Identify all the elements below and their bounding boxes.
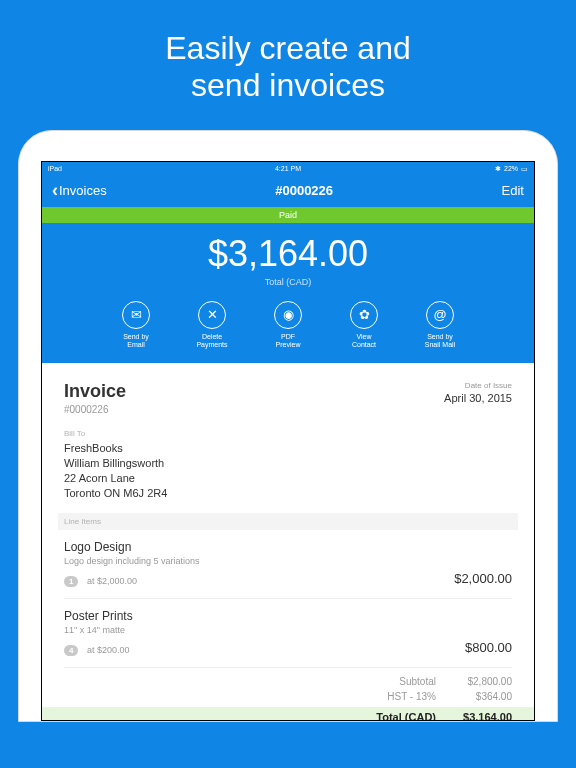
date-of-issue: April 30, 2015 [444, 392, 512, 404]
back-button[interactable]: ‹ Invoices [52, 180, 107, 201]
invoice-body: Invoice #0000226 Date of Issue April 30,… [42, 363, 534, 720]
paid-banner: Paid [42, 207, 534, 223]
bill-to-line: FreshBooks [64, 441, 512, 456]
item-description: 11" x 14" matte [64, 625, 512, 635]
qty-rate: at $2,000.00 [87, 576, 137, 586]
totals-block: Subtotal $2,800.00 HST - 13% $364.00 Tot… [64, 674, 512, 721]
line-item[interactable]: Poster Prints 11" x 14" matte 4 at $200.… [64, 599, 512, 668]
edit-button[interactable]: Edit [502, 183, 524, 198]
total-label: Total (CAD) [366, 711, 436, 721]
line-item[interactable]: Logo Design Logo design including 5 vari… [64, 530, 512, 599]
send-email-label: Send byEmail [123, 333, 149, 350]
date-of-issue-label: Date of Issue [444, 381, 512, 390]
promo-line1: Easily create and [0, 30, 576, 67]
pdf-preview-label: PDFPreview [276, 333, 301, 350]
item-description: Logo design including 5 variations [64, 556, 512, 566]
qty-badge: 1 [64, 576, 78, 587]
battery-pct: 22% [504, 165, 518, 172]
battery-icon: ▭ [521, 165, 528, 173]
snail-mail-label: Send bySnail Mail [425, 333, 455, 350]
subtotal-label: Subtotal [366, 676, 436, 687]
subtotal-value: $2,800.00 [454, 676, 512, 687]
qty-rate: at $200.00 [87, 645, 130, 655]
item-price: $2,000.00 [454, 571, 512, 586]
item-name: Logo Design [64, 540, 512, 554]
tax-row: HST - 13% $364.00 [64, 689, 512, 704]
view-contact-button[interactable]: ✿ ViewContact [337, 301, 391, 350]
view-contact-label: ViewContact [352, 333, 376, 350]
status-time: 4:21 PM [275, 165, 301, 172]
nav-title: #0000226 [275, 183, 333, 198]
delete-payments-button[interactable]: ✕ DeletePayments [185, 301, 239, 350]
tablet-frame: iPad 4:21 PM ✱ 22% ▭ ‹ Invoices #0000226… [18, 130, 558, 722]
invoice-hero: $3,164.00 Total (CAD) ✉ Send byEmail ✕ D… [42, 223, 534, 364]
promo-line2: send invoices [0, 67, 576, 104]
action-row: ✉ Send byEmail ✕ DeletePayments ◉ PDFPre… [42, 301, 534, 350]
invoice-amount: $3,164.00 [42, 233, 534, 275]
invoice-title: Invoice [64, 381, 126, 402]
subtotal-row: Subtotal $2,800.00 [64, 674, 512, 689]
invoice-amount-label: Total (CAD) [42, 277, 534, 287]
bill-to-line: 22 Acorn Lane [64, 471, 512, 486]
bill-to-label: Bill To [64, 429, 512, 438]
bill-to-block: FreshBooks William Billingsworth 22 Acor… [64, 441, 512, 500]
total-value: $3,164.00 [454, 711, 512, 721]
chevron-left-icon: ‹ [52, 180, 58, 201]
qty-badge: 4 [64, 645, 78, 656]
close-icon: ✕ [198, 301, 226, 329]
send-email-button[interactable]: ✉ Send byEmail [109, 301, 163, 350]
tax-label: HST - 13% [366, 691, 436, 702]
item-name: Poster Prints [64, 609, 512, 623]
nav-bar: ‹ Invoices #0000226 Edit [42, 176, 534, 207]
snail-icon: @ [426, 301, 454, 329]
carrier-text: iPad [48, 165, 62, 172]
screen: iPad 4:21 PM ✱ 22% ▭ ‹ Invoices #0000226… [41, 161, 535, 721]
promo-headline: Easily create and send invoices [0, 0, 576, 130]
eye-icon: ◉ [274, 301, 302, 329]
delete-payments-label: DeletePayments [196, 333, 227, 350]
status-right: ✱ 22% ▭ [495, 165, 528, 173]
snail-mail-button[interactable]: @ Send bySnail Mail [413, 301, 467, 350]
invoice-header: Invoice #0000226 Date of Issue April 30,… [64, 381, 512, 415]
tax-value: $364.00 [454, 691, 512, 702]
bill-to-line: William Billingsworth [64, 456, 512, 471]
pdf-preview-button[interactable]: ◉ PDFPreview [261, 301, 315, 350]
person-icon: ✿ [350, 301, 378, 329]
bill-to-line: Toronto ON M6J 2R4 [64, 486, 512, 501]
line-items-header: Line Items [58, 513, 518, 530]
total-row: Total (CAD) $3,164.00 [42, 707, 534, 721]
status-bar: iPad 4:21 PM ✱ 22% ▭ [42, 162, 534, 176]
bluetooth-icon: ✱ [495, 165, 501, 173]
back-label: Invoices [59, 183, 107, 198]
invoice-number: #0000226 [64, 404, 126, 415]
mail-icon: ✉ [122, 301, 150, 329]
item-price: $800.00 [465, 640, 512, 655]
